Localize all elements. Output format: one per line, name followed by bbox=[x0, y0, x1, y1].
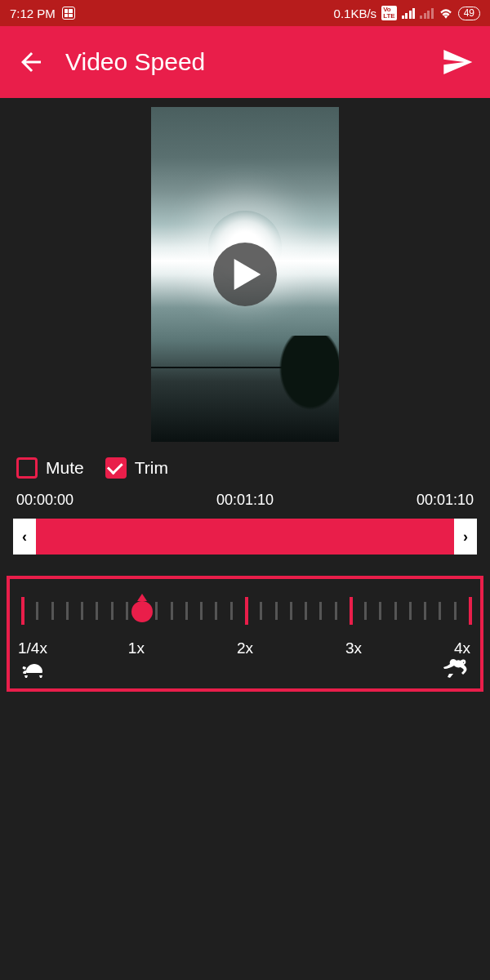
trim-handle-right[interactable]: › bbox=[454, 519, 477, 555]
time-row: 00:00:00 00:01:10 00:01:10 bbox=[0, 488, 490, 515]
signal-icon-1 bbox=[402, 7, 416, 19]
speed-label-quarter: 1/4x bbox=[18, 639, 47, 657]
speed-tick bbox=[275, 602, 278, 620]
speed-tick bbox=[469, 597, 472, 625]
speed-tick bbox=[364, 602, 367, 620]
speed-tick bbox=[350, 597, 353, 625]
speed-tick bbox=[335, 602, 337, 620]
speed-label-1x: 1x bbox=[128, 639, 145, 657]
mute-label: Mute bbox=[46, 458, 84, 478]
speed-tick bbox=[439, 602, 441, 620]
trim-handle-left[interactable]: ‹ bbox=[13, 519, 36, 555]
speed-tick bbox=[305, 602, 307, 620]
send-icon[interactable] bbox=[441, 46, 474, 78]
speed-labels: 1/4x 1x 2x 3x 4x bbox=[18, 639, 472, 657]
speed-panel: 1/4x 1x 2x 3x 4x bbox=[7, 576, 483, 692]
mute-checkbox[interactable]: Mute bbox=[16, 457, 84, 479]
speed-tick bbox=[260, 602, 262, 620]
signal-icon-2 bbox=[420, 7, 434, 19]
checkbox-unchecked-icon bbox=[16, 457, 38, 479]
speed-tick bbox=[424, 602, 426, 620]
speed-tick bbox=[21, 597, 24, 625]
speed-slider-thumb[interactable] bbox=[131, 601, 153, 622]
speed-tick bbox=[185, 602, 188, 620]
status-time: 7:12 PM bbox=[10, 7, 56, 20]
speed-tick bbox=[230, 602, 233, 620]
checkbox-checked-icon bbox=[105, 457, 127, 479]
status-bar: 7:12 PM 0.1KB/s VoLTE 49 bbox=[0, 0, 490, 26]
app-bar: Video Speed bbox=[0, 26, 490, 98]
trim-timeline: ‹ › bbox=[13, 519, 477, 555]
speed-tick bbox=[155, 602, 158, 620]
speed-tick bbox=[215, 602, 217, 620]
speed-tick bbox=[379, 602, 381, 620]
play-icon bbox=[234, 259, 261, 290]
network-rate: 0.1KB/s bbox=[334, 7, 377, 20]
speed-label-2x: 2x bbox=[237, 639, 253, 657]
trim-label: Trim bbox=[135, 458, 168, 478]
back-arrow-icon[interactable] bbox=[16, 47, 46, 77]
time-end: 00:01:10 bbox=[416, 492, 474, 509]
speed-tick bbox=[51, 602, 54, 620]
time-current: 00:01:10 bbox=[216, 492, 274, 509]
rabbit-icon bbox=[443, 659, 469, 679]
trim-track[interactable] bbox=[36, 519, 454, 555]
speed-tick bbox=[394, 602, 397, 620]
speed-tick bbox=[81, 602, 83, 620]
speed-tick bbox=[245, 597, 248, 625]
page-title: Video Speed bbox=[65, 48, 205, 76]
speed-tick bbox=[409, 602, 412, 620]
speed-tick bbox=[111, 602, 114, 620]
speed-slider[interactable] bbox=[21, 594, 469, 630]
wifi-icon bbox=[439, 7, 453, 19]
speed-tick bbox=[96, 602, 98, 620]
speed-tick bbox=[36, 602, 38, 620]
battery-icon: 49 bbox=[458, 7, 480, 20]
volte-icon: VoLTE bbox=[381, 6, 397, 20]
speed-tick bbox=[171, 602, 173, 620]
turtle-icon bbox=[21, 659, 47, 679]
speed-tick bbox=[126, 602, 128, 620]
video-preview bbox=[0, 103, 490, 446]
speed-tick bbox=[290, 602, 292, 620]
speed-tick bbox=[319, 602, 322, 620]
speed-tick bbox=[454, 602, 457, 620]
speed-label-3x: 3x bbox=[345, 639, 362, 657]
options-row: Mute Trim bbox=[0, 446, 490, 488]
play-button[interactable] bbox=[213, 243, 277, 306]
trim-checkbox[interactable]: Trim bbox=[105, 457, 168, 479]
keyboard-icon bbox=[62, 7, 75, 20]
speed-label-4x: 4x bbox=[454, 639, 470, 657]
time-start: 00:00:00 bbox=[16, 492, 74, 509]
speed-tick bbox=[66, 602, 69, 620]
speed-tick bbox=[200, 602, 203, 620]
